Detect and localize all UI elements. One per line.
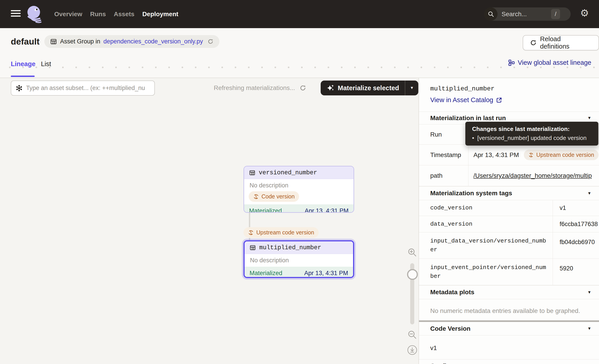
section-label: Code Version [430, 325, 470, 332]
nav-item-deployment[interactable]: Deployment [142, 11, 178, 18]
refresh-status: Refreshing materializations... [214, 81, 306, 95]
tag-key: data_version [419, 216, 553, 232]
upstream-code-version-badge: Upstream code version [524, 150, 599, 160]
nav-menu: Overview Runs Assets Deployment [54, 0, 178, 28]
recenter-download-icon[interactable] [407, 345, 418, 355]
zoom-in-icon[interactable] [407, 247, 417, 257]
system-tag-row: input_data_version/versioned_number fb04… [419, 232, 599, 259]
reload-definitions-button[interactable]: Reload definitions [523, 35, 599, 50]
materialized-timestamp: Apr 13, 4:31 PM [305, 208, 349, 213]
asset-node-footer: Materialized Apr 13, 4:31 PM [245, 267, 353, 278]
materialize-dropdown-button[interactable]: ▼ [405, 80, 418, 95]
asset-details-sidebar: multiplied_number View in Asset Catalog … [419, 78, 599, 364]
asset-node-multiplied-number[interactable]: multiplied_number No description Materia… [244, 240, 354, 278]
path-row: path /Users/sryza/dagster_home/storage/m… [419, 165, 599, 186]
path-label: path [419, 165, 468, 186]
active-tab-underline [11, 76, 35, 77]
system-tag-row: code_version v1 [419, 200, 599, 216]
table-icon [250, 244, 256, 251]
hamburger-menu-icon[interactable] [11, 10, 21, 18]
asset-node-name: versioned_number [259, 169, 317, 176]
view-in-asset-catalog-link[interactable]: View in Asset Catalog [430, 96, 599, 104]
reload-code-location-icon[interactable] [207, 38, 213, 44]
materialized-status: Materialized [250, 270, 282, 277]
materialize-split-button: Materialize selected ▼ [321, 80, 418, 95]
refresh-icon[interactable] [300, 85, 306, 91]
section-materialization-system-tags[interactable]: Materialization system tags ▼ [419, 186, 599, 200]
materialized-status: Materialized [249, 208, 282, 213]
materialize-selected-button[interactable]: Materialize selected [321, 80, 405, 95]
asset-group-breadcrumb: Asset Group in dependencies_code_version… [44, 35, 219, 48]
tab-lineage[interactable]: Lineage [11, 60, 35, 68]
tooltip-title: Changes since last materialization: [472, 126, 591, 132]
system-tag-row: input_event_pointer/versioned_number 592… [419, 259, 599, 285]
section-config[interactable]: Config ▼ [419, 359, 599, 364]
tag-value: v1 [553, 200, 599, 216]
materialized-timestamp: Apr 13, 4:31 PM [304, 270, 348, 277]
asset-node-header: versioned_number [244, 166, 353, 179]
table-icon [249, 170, 255, 176]
search-input[interactable] [501, 10, 549, 18]
zoom-slider-track[interactable] [410, 263, 414, 324]
zoom-out-icon[interactable] [407, 330, 417, 340]
asset-node-header: multiplied_number [245, 241, 353, 254]
dagster-logo-icon[interactable] [26, 5, 44, 24]
asset-group-file-link[interactable]: dependencies_code_version_only.py [104, 38, 203, 45]
top-nav: Overview Runs Assets Deployment / ⚙ [0, 0, 599, 28]
section-label: Metadata plots [430, 289, 474, 296]
section-metadata-plots[interactable]: Metadata plots ▼ [419, 285, 599, 299]
run-label: Run [419, 124, 468, 144]
tab-list[interactable]: List [41, 60, 51, 68]
asset-subset-input[interactable] [26, 84, 153, 92]
upstream-code-version-badge: Upstream code version [244, 227, 319, 238]
tag-key: input_data_version/versioned_number [419, 232, 553, 259]
table-icon [50, 38, 57, 45]
view-global-label: View global asset lineage [518, 59, 591, 66]
page-title: default [11, 37, 40, 47]
asset-graph-canvas[interactable] [0, 78, 419, 364]
tag-value: 5920 [553, 259, 599, 285]
tooltip-bullet-marker: • [472, 135, 474, 141]
asset-group-label: Asset Group in [60, 38, 100, 45]
nav-item-runs[interactable]: Runs [90, 11, 106, 18]
catalog-link-label: View in Asset Catalog [430, 96, 493, 104]
code-version-badge-label: Code version [262, 193, 295, 200]
tag-value: f6ccba177638 [553, 216, 599, 232]
reload-definitions-label: Reload definitions [540, 35, 592, 50]
tag-key: input_event_pointer/versioned_number [419, 259, 553, 285]
section-label: Materialization system tags [430, 190, 512, 197]
code-version-value: v1 [419, 335, 599, 359]
path-link[interactable]: /Users/sryza/dagster_home/storage/multip [474, 172, 592, 179]
collapse-caret-icon[interactable]: ▼ [587, 290, 591, 295]
code-version-icon [528, 152, 534, 158]
asset-node-description: No description [245, 254, 353, 267]
search-shortcut-badge: / [551, 9, 560, 19]
collapse-caret-icon[interactable]: ▼ [587, 191, 591, 196]
refresh-status-text: Refreshing materializations... [214, 84, 295, 92]
zoom-slider-handle[interactable] [407, 269, 418, 280]
external-link-icon [496, 97, 502, 103]
collapse-caret-icon[interactable]: ▼ [587, 116, 591, 120]
timestamp-value: Apr 13, 4:31 PM [474, 151, 519, 159]
asset-node-name: multiplied_number [259, 244, 321, 251]
materialize-selected-label: Materialize selected [338, 84, 399, 92]
code-version-icon [248, 230, 254, 235]
op-selector-icon [16, 85, 23, 92]
metadata-plots-empty-message: No numeric metadata entries available to… [419, 299, 599, 320]
code-version-icon [253, 194, 259, 199]
panel-resize-divider[interactable] [419, 320, 599, 322]
settings-gear-icon[interactable]: ⚙ [580, 8, 589, 18]
asset-subset-filter[interactable] [11, 80, 155, 95]
view-global-asset-lineage-link[interactable]: View global asset lineage [508, 59, 591, 66]
global-search[interactable]: / [484, 8, 571, 21]
section-code-version[interactable]: Code Version ▼ [419, 322, 599, 335]
asset-node-footer: Materialized Apr 13, 4:31 PM [244, 205, 353, 213]
asset-node-versioned-number[interactable]: versioned_number No description Code ver… [244, 166, 354, 213]
nav-item-overview[interactable]: Overview [54, 11, 82, 18]
asset-node-description: No description [244, 179, 353, 190]
collapse-caret-icon[interactable]: ▼ [587, 326, 591, 331]
code-version-badge: Code version [249, 191, 299, 202]
system-tag-row: data_version f6ccba177638 [419, 216, 599, 232]
nav-item-assets[interactable]: Assets [114, 11, 135, 18]
timestamp-row: Timestamp Apr 13, 4:31 PM Upstream c [419, 145, 599, 165]
